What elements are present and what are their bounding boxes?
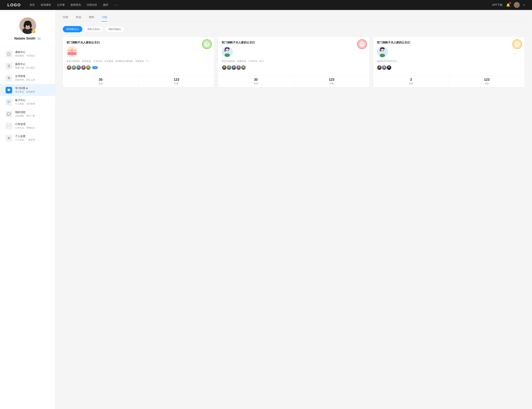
svg-point-16 <box>204 41 210 47</box>
subtab-topics[interactable]: 我的话题(4) <box>105 26 125 32</box>
tab-homework[interactable]: 作业 <box>76 16 81 21</box>
svg-rect-56 <box>227 53 228 54</box>
sidebar-item-message[interactable]: 💬 我的消息 消息通知、及时了解 <box>0 108 55 120</box>
svg-point-31 <box>73 66 75 68</box>
members-label-3: 成员 <box>373 82 449 85</box>
notification-bell[interactable]: 🔔 <box>506 3 510 7</box>
svg-text:认证: 认证 <box>38 38 40 39</box>
account-title: 账户中心 <box>15 99 50 102</box>
svg-point-34 <box>78 66 80 68</box>
topics-count-1: 123 <box>139 78 214 82</box>
svg-point-89 <box>378 68 381 70</box>
account-text: 账户中心 个人权益、实时掌握 <box>15 99 50 105</box>
member-avatar-2-1 <box>222 65 227 70</box>
cert-sub: 收获荣誉、持证上岗 <box>15 78 50 82</box>
group-card-3-topics-stat: 123 话题 <box>449 75 525 87</box>
group-card-2-stamp: 已认证 ★★★ <box>356 38 368 50</box>
nav-open-class[interactable]: 公开课 <box>57 3 65 7</box>
member-avatar-2-4 <box>236 65 241 70</box>
logo[interactable]: LOGO <box>7 3 22 7</box>
svg-point-25 <box>73 52 77 55</box>
sub-tabs: 我创建的(2) 我加入的(4) 我的话题(4) <box>63 26 525 32</box>
qa-badge <box>26 88 28 89</box>
message-icon: 💬 <box>7 112 11 116</box>
nav-qa[interactable]: 问答社区 <box>87 3 97 7</box>
group-card-1-stamp: 已认证 ★★★ <box>201 38 213 50</box>
member-more-count: +15 <box>92 66 98 69</box>
svg-point-15 <box>203 40 211 48</box>
navbar: LOGO 首页 发现课程 公开课 新闻资讯 问答社区 题库 ··· APP下载 … <box>0 0 532 10</box>
group-card-1[interactable]: 双门洞豹子夫人家的公主们 已认证 ★★★ <box>63 37 214 87</box>
svg-point-43 <box>359 41 365 47</box>
svg-point-40 <box>88 66 89 68</box>
sidebar-item-exam[interactable]: ☰ 题库中心 海量习题、助力通关 <box>0 60 55 72</box>
subtab-joined[interactable]: 我加入的(4) <box>84 26 103 32</box>
nav-home[interactable]: 首页 <box>29 3 35 7</box>
svg-point-29 <box>68 68 70 70</box>
nav-news[interactable]: 新闻资讯 <box>71 3 81 7</box>
svg-point-83 <box>381 50 381 51</box>
sidebar-item-cert[interactable]: ⚙ 证书荣誉 收获荣誉、持证上岗 <box>0 72 55 84</box>
svg-point-85 <box>380 54 385 57</box>
group-card-3-stamp: 已认证 ★★★ <box>511 38 523 50</box>
nav-more[interactable]: ··· <box>114 3 118 7</box>
exam-sub: 海量习题、助力通关 <box>15 66 50 69</box>
svg-text:♥: ♥ <box>71 50 72 51</box>
svg-point-10 <box>29 26 29 26</box>
svg-point-32 <box>73 68 75 70</box>
group-card-1-members-row: +15 <box>66 65 211 70</box>
svg-point-81 <box>381 50 382 51</box>
member-avatar-3-3 <box>386 65 392 70</box>
order-sub: 订单支出、明明白白 <box>15 126 50 130</box>
svg-point-54 <box>228 50 228 50</box>
avatar-image <box>514 2 520 8</box>
group-card-3-footer: 3 成员 123 话题 <box>373 75 525 87</box>
cert-text: 证书荣誉 收获荣誉、持证上岗 <box>15 75 50 82</box>
nav-exam[interactable]: 题库 <box>103 3 108 7</box>
svg-point-70 <box>243 66 244 68</box>
sidebar-item-settings[interactable]: ⚙ 个人设置 个人信息、一键管理 <box>0 132 55 144</box>
svg-point-95 <box>388 68 390 70</box>
member-avatar-4 <box>81 65 86 70</box>
member-avatar-2-2 <box>227 65 232 70</box>
sidebar-item-course[interactable]: 📋 课程中心 精彩课程、不容错过 <box>0 48 55 60</box>
avatar-chevron-icon[interactable]: ▾ <box>523 4 525 6</box>
sidebar-item-order[interactable]: 📄 订单管理 订单支出、明明白白 <box>0 120 55 132</box>
svg-point-71 <box>242 68 245 70</box>
svg-point-28 <box>68 66 70 68</box>
user-avatar-nav[interactable] <box>514 2 520 8</box>
group-card-3[interactable]: 双门洞豹子夫人家的公主们 已认证 ★★★ <box>373 37 525 87</box>
exam-icon-wrap: ☰ <box>6 63 12 69</box>
nav-courses[interactable]: 发现课程 <box>41 3 51 7</box>
cert-title: 证书荣誉 <box>15 75 50 78</box>
svg-rect-86 <box>382 53 383 54</box>
tab-qa[interactable]: 问答 <box>63 16 68 21</box>
group-card-2-desc: 爱音乐爱电影、更爱旅游，个性好强，但又 <box>222 59 366 63</box>
avatar-badge: ★ <box>32 29 36 34</box>
group-card-2[interactable]: 双门洞豹子夫人家的公主们 已认证 ★★★ <box>218 37 369 87</box>
app-download-link[interactable]: APP下载 <box>492 3 503 7</box>
tab-material[interactable]: 资料 <box>89 16 94 21</box>
subtab-created[interactable]: 我创建的(2) <box>63 26 83 32</box>
sidebar-profile: ★ Natalie Smith 认证 <box>0 16 55 46</box>
member-avatar-5 <box>86 65 91 70</box>
tab-group[interactable]: 小组 <box>101 16 107 21</box>
svg-point-65 <box>233 68 235 70</box>
members-label-2: 成员 <box>218 82 294 85</box>
course-title: 课程中心 <box>15 51 50 54</box>
topics-label-1: 话题 <box>139 82 214 85</box>
sidebar-item-account[interactable]: 💎 账户中心 个人权益、实时掌握 <box>0 96 55 108</box>
content-tabs: 问答 作业 资料 小组 <box>63 16 525 22</box>
order-title: 订单管理 <box>15 123 50 126</box>
svg-point-35 <box>77 68 80 70</box>
cert-icon-wrap: ⚙ <box>6 75 12 82</box>
svg-point-9 <box>26 26 27 26</box>
cert-icon: ⚙ <box>8 76 10 80</box>
group-card-2-members-stat: 30 成员 <box>218 75 294 87</box>
svg-point-73 <box>514 41 521 47</box>
user-name: Natalie Smith <box>14 37 35 40</box>
order-icon-wrap: 📄 <box>6 123 12 130</box>
svg-point-62 <box>228 68 230 70</box>
sidebar-item-qa[interactable]: 💬 学习问答 课后重温、疑难解答 <box>0 84 55 96</box>
navbar-right: APP下载 🔔 ▾ <box>492 2 525 8</box>
